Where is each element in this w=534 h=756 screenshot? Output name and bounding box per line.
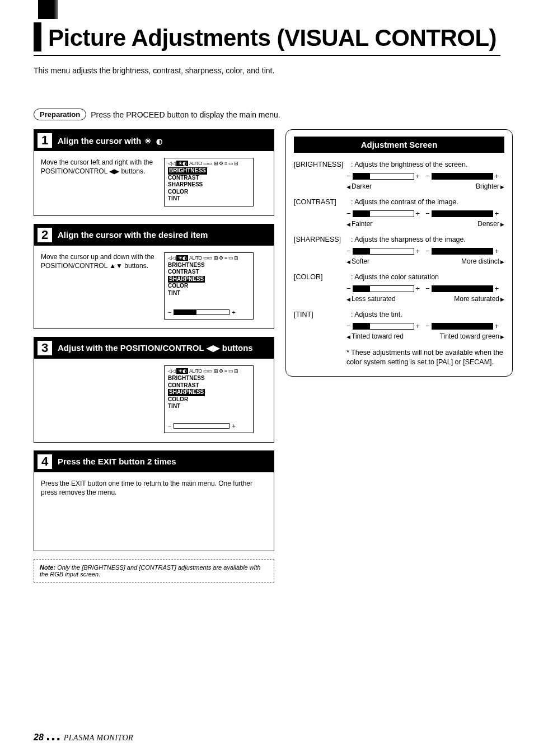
menu-item-tint: TINT (168, 403, 250, 410)
adjustment-screen-panel: Adjustment Screen [BRIGHTNESS] : Adjusts… (285, 129, 513, 377)
adj-tint: [TINT] : Adjusts the tint. −+ −+ Tinted … (294, 311, 504, 340)
adj-sharpness: [SHARPNESS] : Adjusts the sharpness of t… (294, 236, 504, 265)
menu-item-contrast: CONTRAST (168, 175, 250, 182)
step-title: Press the EXIT button 2 times (58, 457, 176, 466)
step-title: Adjust with the POSITION/CONTROL ◀▶ butt… (58, 343, 253, 353)
step-2: 2 Align the cursor with the desired item… (34, 224, 274, 330)
menu-item-contrast: CONTRAST (168, 382, 250, 389)
osd-icon-row: ◁◁☀◐AUTO▭▭⊞⚙≡▭⊟ (168, 255, 250, 261)
step-3: 3 Adjust with the POSITION/CONTROL ◀▶ bu… (34, 337, 274, 443)
note-label: Note: (40, 564, 55, 571)
step-number: 2 (38, 228, 52, 242)
step-description: Move the cursor up and down with the POS… (41, 252, 158, 320)
adj-brightness: [BRIGHTNESS] : Adjusts the brightness of… (294, 161, 504, 190)
menu-item-brightness: BRIGHTNESS (168, 167, 207, 175)
brightness-icon: ☀ (144, 137, 152, 145)
osd-menu: ◁◁☀◐AUTO▭▭⊞⚙≡▭⊟ BRIGHTNESS CONTRAST SHAR… (164, 158, 254, 206)
step-title: Align the cursor with ☀ ◐ (58, 136, 162, 145)
note-box: Note: Only the [BRIGHTNESS] and [CONTRAS… (34, 559, 274, 583)
adj-color: [COLOR] : Adjusts the color saturation −… (294, 273, 504, 303)
osd-slider: −+ (168, 422, 250, 429)
page-title: Picture Adjustments (VISUAL CONTROL) (48, 25, 496, 51)
menu-item-brightness: BRIGHTNESS (168, 262, 250, 269)
osd-menu: ◁◁☀◐AUTO▭▭⊞⚙≡▭⊟ BRIGHTNESS CONTRAST SHAR… (164, 365, 254, 433)
menu-item-sharpness: SHARPNESS (168, 276, 205, 283)
osd-slider: −+ (168, 309, 250, 316)
step-number: 4 (38, 454, 52, 469)
step-number: 3 (38, 341, 52, 355)
menu-item-tint: TINT (168, 290, 250, 297)
step-title: Align the cursor with the desired item (58, 230, 208, 240)
menu-item-color: COLOR (168, 189, 250, 196)
adj-contrast: [CONTRAST] : Adjusts the contrast of the… (294, 198, 504, 228)
adjustment-screen-title: Adjustment Screen (294, 137, 504, 153)
page-footer: 28 ■ ■ ■ PLASMA MONITOR (34, 732, 133, 743)
menu-item-sharpness: SHARPNESS (168, 389, 205, 396)
osd-icon-row: ◁◁☀◐AUTO▭▭⊞⚙≡▭⊟ (168, 161, 250, 166)
menu-item-color: COLOR (168, 396, 250, 403)
step-number: 1 (38, 133, 52, 148)
step-description (41, 365, 158, 433)
note-text: Only the [BRIGHTNESS] and [CONTRAST] adj… (40, 564, 260, 577)
preparation-text: Press the PROCEED button to display the … (91, 110, 280, 119)
osd-menu: ◁◁☀◐AUTO▭▭⊞⚙≡▭⊟ BRIGHTNESS CONTRAST SHAR… (164, 252, 254, 320)
menu-item-color: COLOR (168, 283, 250, 290)
preparation-label: Preparation (34, 109, 86, 120)
step-description: Move the cursor left and right with the … (41, 158, 158, 206)
step-description: Press the EXIT button one time to return… (41, 479, 268, 497)
title-section: Picture Adjustments (VISUAL CONTROL) (34, 22, 500, 56)
page-number: 28 (34, 732, 44, 743)
osd-icon-row: ◁◁☀◐AUTO▭▭⊞⚙≡▭⊟ (168, 368, 250, 374)
adjustment-footnote: * These adjustments will not be availabl… (346, 348, 504, 367)
contrast-icon: ◐ (156, 137, 162, 145)
step-1: 1 Align the cursor with ☀ ◐ Move the cur… (34, 129, 274, 216)
intro-text: This menu adjusts the brightness, contra… (34, 66, 500, 75)
menu-item-tint: TINT (168, 195, 250, 203)
menu-item-brightness: BRIGHTNESS (168, 375, 250, 382)
menu-item-sharpness: SHARPNESS (168, 181, 250, 189)
footer-label: PLASMA MONITOR (64, 734, 133, 743)
preparation-row: Preparation Press the PROCEED button to … (34, 109, 500, 120)
menu-item-contrast: CONTRAST (168, 269, 250, 276)
title-accent-bar (34, 22, 41, 51)
footer-divider: ■ ■ ■ (47, 736, 60, 741)
step-4: 4 Press the EXIT button 2 times Press th… (34, 450, 274, 551)
